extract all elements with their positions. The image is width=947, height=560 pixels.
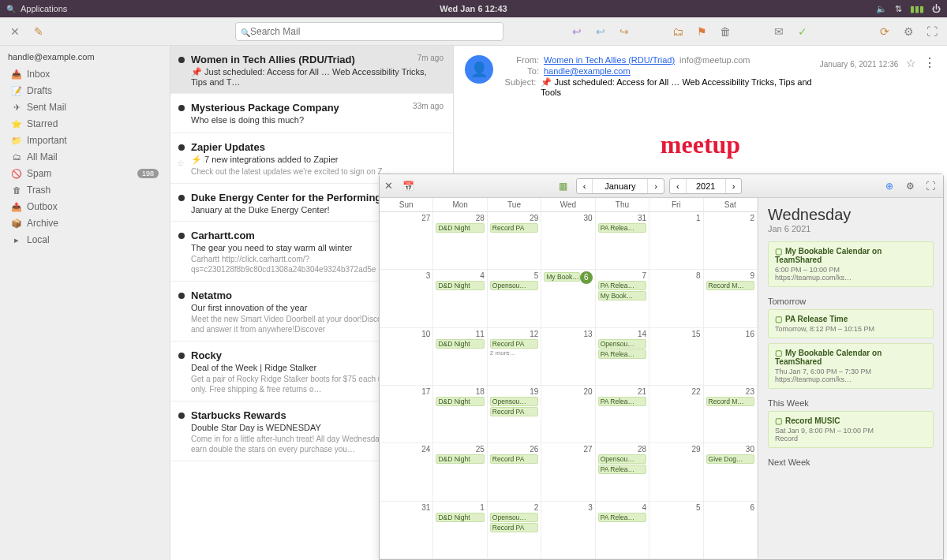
compose-icon[interactable]: ✎	[30, 23, 47, 40]
calendar-cell[interactable]: 29	[649, 443, 703, 500]
calendar-cell[interactable]: 18D&D Night	[433, 386, 487, 442]
calendar-cell[interactable]: 4D&D Night	[433, 270, 487, 327]
settings-icon[interactable]: ⚙	[900, 23, 917, 40]
calendar-cell[interactable]: 8	[649, 270, 703, 327]
calendar-cell[interactable]: 27	[380, 212, 433, 269]
calendar-cell[interactable]: 16	[704, 328, 758, 385]
more-icon[interactable]: ⋮	[923, 56, 936, 69]
event-chip[interactable]: D&D Night	[436, 513, 484, 522]
forward-icon[interactable]: ↪	[616, 23, 633, 40]
archive-icon[interactable]: 🗂	[669, 23, 687, 40]
event-chip[interactable]: Record PA	[490, 339, 538, 349]
event-chip[interactable]: PA Relea…	[598, 397, 646, 406]
event-chip[interactable]: PA Relea…	[598, 281, 646, 290]
settings-icon[interactable]: ⚙	[902, 181, 918, 192]
account-label[interactable]: handle@example.com	[8, 52, 162, 62]
calendar-cell[interactable]: 2	[704, 212, 758, 269]
calendar-cell[interactable]: 26Record PA	[488, 443, 541, 500]
sidebar-item[interactable]: ✈Sent Mail	[8, 99, 162, 115]
add-calendar-icon[interactable]: ⊕	[881, 181, 897, 192]
event-chip[interactable]: PA Relea…	[598, 223, 646, 233]
calendar-cell[interactable]: 27	[541, 443, 595, 500]
event-chip[interactable]: Record PA	[490, 523, 538, 532]
year-label[interactable]: 2021	[687, 179, 726, 193]
event-chip[interactable]: D&D Night	[436, 339, 484, 349]
calendar-cell[interactable]: 24	[380, 443, 433, 500]
calendar-cell[interactable]: 15	[649, 328, 703, 385]
maximize-icon[interactable]: ⛶	[923, 23, 941, 40]
calendar-cell[interactable]: 12Record PA2 more…	[488, 328, 541, 385]
calendar-cell[interactable]: 5Opensou…	[488, 270, 541, 327]
network-icon[interactable]: ⇅	[895, 4, 902, 14]
calendar-cell[interactable]: 23Record M…	[704, 386, 758, 442]
calendar-cell[interactable]: 6My Book…	[541, 270, 595, 327]
event-chip[interactable]: Record PA	[490, 407, 538, 416]
calendar-cell[interactable]: 21PA Relea…	[596, 386, 649, 442]
to-link[interactable]: handle@example.com	[544, 66, 631, 76]
month-label[interactable]: January	[593, 179, 648, 193]
event-chip[interactable]: Give Dog…	[706, 454, 754, 464]
reply-icon[interactable]: ↩	[568, 23, 586, 40]
more-events[interactable]: 2 more…	[490, 349, 538, 357]
event-chip[interactable]: My Book…	[544, 272, 579, 282]
calendar-cell[interactable]: 6	[704, 502, 758, 558]
event-chip[interactable]: PA Relea…	[598, 349, 646, 359]
sync-icon[interactable]: ⟳	[876, 23, 893, 40]
event-chip[interactable]: Record M…	[706, 397, 754, 406]
event-chip[interactable]: PA Relea…	[598, 465, 646, 474]
calendar-cell[interactable]: 29Record PA	[488, 212, 541, 269]
side-event[interactable]: ▢My Bookable Calendar on TeamSharedThu J…	[768, 343, 934, 389]
mark-done-icon[interactable]: ✓	[794, 23, 811, 40]
message-item[interactable]: 33m agoMysterious Package CompanyWho els…	[170, 94, 453, 133]
calendar-cell[interactable]: 3	[380, 270, 433, 327]
calendar-cell[interactable]: 31	[380, 502, 433, 558]
calendar-cell[interactable]: 30	[541, 212, 595, 269]
calendar-cell[interactable]: 10	[380, 328, 433, 385]
calendar-cell[interactable]: 3	[541, 502, 595, 558]
event-chip[interactable]: D&D Night	[436, 397, 484, 406]
trash-icon[interactable]: 🗑	[717, 23, 734, 40]
event-chip[interactable]: Opensou…	[490, 281, 538, 290]
calendar-cell[interactable]: 4PA Relea…	[596, 502, 649, 558]
event-chip[interactable]: Record M…	[706, 281, 754, 290]
close-icon[interactable]: ✕	[6, 23, 24, 40]
calendar-cell[interactable]: 2Opensou…Record PA	[488, 502, 541, 558]
calendar-cell[interactable]: 5	[649, 502, 703, 558]
prev-year-button[interactable]: ‹	[670, 179, 687, 193]
reply-all-icon[interactable]: ↩	[592, 23, 609, 40]
apps-menu[interactable]: Applications	[21, 4, 67, 13]
calendar-cell[interactable]: 22	[649, 386, 703, 442]
sidebar-item[interactable]: 📥Inbox	[8, 66, 162, 82]
event-chip[interactable]: Record PA	[490, 454, 538, 464]
next-year-button[interactable]: ›	[726, 179, 742, 193]
today-icon[interactable]: ▦	[556, 181, 571, 192]
event-chip[interactable]: PA Relea…	[598, 513, 646, 522]
calendar-cell[interactable]: 1	[649, 212, 703, 269]
message-item[interactable]: 7m agoWomen in Tech Allies (RDU/Triad)📌 …	[170, 46, 453, 94]
event-chip[interactable]: Opensou…	[598, 339, 646, 349]
calendar-cell[interactable]: 25D&D Night	[433, 443, 487, 500]
search-input[interactable]	[250, 26, 498, 37]
calendar-cell[interactable]: 7PA Relea…My Book…	[596, 270, 649, 327]
volume-icon[interactable]: 🔈	[876, 4, 887, 14]
event-chip[interactable]: Opensou…	[490, 513, 538, 522]
new-event-icon[interactable]: 📅	[400, 181, 416, 192]
sidebar-item[interactable]: 📤Outbox	[8, 199, 162, 215]
event-chip[interactable]: Opensou…	[490, 397, 538, 406]
star-icon[interactable]: ☆	[177, 159, 185, 169]
flag-icon[interactable]: ⚑	[693, 23, 710, 40]
star-icon[interactable]: ☆	[906, 57, 916, 69]
sidebar-item[interactable]: 🗂All Mail	[8, 149, 162, 165]
event-chip[interactable]: My Book…	[598, 291, 646, 301]
calendar-cell[interactable]: 28Opensou…PA Relea…	[596, 443, 649, 500]
calendar-cell[interactable]: 30Give Dog…	[704, 443, 758, 500]
event-chip[interactable]: Record PA	[490, 223, 538, 233]
calendar-cell[interactable]: 28D&D Night	[433, 212, 487, 269]
user-icon[interactable]: ⏻	[932, 4, 941, 13]
mark-read-icon[interactable]: ✉	[770, 23, 788, 40]
next-month-button[interactable]: ›	[648, 179, 664, 193]
search-box[interactable]	[235, 22, 503, 41]
event-chip[interactable]: D&D Night	[436, 223, 484, 233]
calendar-cell[interactable]: 31PA Relea…	[596, 212, 649, 269]
sidebar-item[interactable]: 📦Archive	[8, 215, 162, 231]
